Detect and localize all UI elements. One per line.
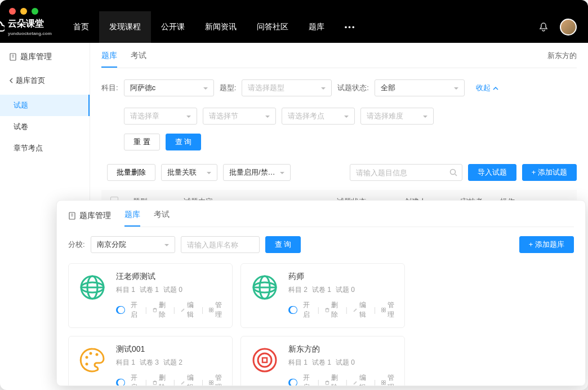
- brand-text: 云朵课堂: [8, 18, 52, 30]
- subject-select[interactable]: 阿萨德c: [124, 79, 214, 96]
- sidebar-back[interactable]: 题库首页: [0, 71, 90, 90]
- card-grid: 汪老师测试科目 1试卷 1试题 0开启| 删除| 编辑| 管理药师科目 2试卷 …: [68, 263, 574, 386]
- status-label: 试题状态:: [337, 83, 369, 93]
- bulk-toggle-select[interactable]: 批量启用/禁…: [223, 164, 291, 181]
- card-meta: 科目 2试卷 1试题 0: [288, 285, 397, 295]
- svg-point-3: [450, 170, 455, 175]
- card-title: 测试001: [116, 344, 224, 354]
- open-toggle[interactable]: [288, 306, 297, 314]
- card-edit[interactable]: 编辑: [181, 373, 196, 386]
- card-delete[interactable]: 删除: [153, 300, 168, 320]
- open-label: 开启: [131, 373, 139, 386]
- ow-tab-exam[interactable]: 考试: [154, 210, 170, 227]
- nav-item-0[interactable]: 首页: [63, 11, 99, 43]
- card-meta: 科目 1试卷 1试题 0: [116, 285, 224, 295]
- sidebar-item-0[interactable]: 试题: [0, 95, 90, 116]
- query-button[interactable]: 查 询: [166, 134, 202, 150]
- svg-rect-34: [153, 382, 156, 384]
- status-select[interactable]: 全部: [375, 79, 465, 96]
- svg-rect-12: [153, 309, 156, 312]
- doc-icon: [68, 212, 76, 220]
- ow-search-wrap: [181, 236, 260, 253]
- subject-label: 科目:: [101, 83, 118, 93]
- difficulty-select[interactable]: 请选择难度: [360, 108, 434, 125]
- card-manage[interactable]: 管理: [209, 373, 224, 386]
- svg-rect-49: [382, 383, 384, 385]
- card-edit[interactable]: 编辑: [353, 373, 368, 386]
- nav-item-2[interactable]: 公开课: [151, 11, 195, 43]
- sidebar-title: 题库管理: [0, 52, 90, 71]
- reset-button[interactable]: 重 置: [124, 134, 160, 150]
- nav-item-4[interactable]: 问答社区: [247, 11, 299, 43]
- card-delete[interactable]: 删除: [153, 373, 168, 386]
- import-button[interactable]: 导入试题: [468, 164, 516, 181]
- card-edit[interactable]: 编辑: [181, 300, 196, 320]
- svg-point-41: [253, 349, 276, 371]
- bulk-relate-select[interactable]: 批量关联: [161, 164, 217, 181]
- ow-title: 题库管理: [68, 201, 124, 221]
- svg-rect-16: [212, 308, 213, 310]
- svg-rect-37: [210, 381, 211, 383]
- type-label: 题型:: [220, 83, 237, 93]
- open-toggle[interactable]: [116, 306, 125, 314]
- nav-item-5[interactable]: 题库: [299, 11, 335, 43]
- svg-rect-40: [212, 383, 213, 385]
- card-manage[interactable]: 管理: [381, 300, 397, 320]
- svg-rect-38: [212, 381, 213, 383]
- ow-tabs: 题库 考试: [124, 201, 574, 227]
- card-edit[interactable]: 编辑: [353, 300, 368, 320]
- add-library-button[interactable]: + 添加题库: [519, 236, 574, 253]
- collapse-link[interactable]: 收起: [476, 83, 498, 93]
- sidebar-item-2[interactable]: 章节考点: [0, 138, 90, 159]
- open-toggle[interactable]: [288, 379, 297, 386]
- branch-select[interactable]: 南京分院: [91, 236, 175, 253]
- close-dot[interactable]: [9, 8, 16, 15]
- logo[interactable]: 云朵课堂 yunduocketang.com: [0, 18, 52, 36]
- tabs-right-label: 新东方的: [547, 51, 577, 61]
- ow-filter-row: 分校: 南京分院 查 询 + 添加题库: [68, 236, 574, 253]
- topbar: 云朵课堂 yunduocketang.com 首页发现课程公开课新闻资讯问答社区…: [0, 0, 588, 43]
- bulk-delete-button[interactable]: 批量删除: [107, 164, 155, 181]
- svg-point-31: [90, 352, 92, 355]
- card-actions: 开启| 删除| 编辑| 管理: [116, 300, 224, 320]
- nav-more[interactable]: •••: [335, 23, 366, 32]
- filter-row-2: 请选择章 请选择节 请选择考点 请选择难度: [124, 108, 577, 125]
- svg-point-42: [258, 353, 271, 367]
- ow-query-button[interactable]: 查 询: [265, 236, 301, 253]
- card-icon: [249, 272, 280, 303]
- card-actions: 开启| 删除| 编辑| 管理: [288, 300, 397, 320]
- overlay-window: 题库管理 题库 考试 分校: 南京分院 查 询 + 添加题库: [56, 200, 586, 386]
- cloud-icon: [0, 21, 5, 33]
- search-input[interactable]: [356, 165, 445, 180]
- card-delete[interactable]: 删除: [325, 373, 340, 386]
- card-delete[interactable]: 删除: [325, 300, 340, 320]
- svg-line-4: [455, 174, 457, 176]
- svg-rect-48: [384, 381, 386, 383]
- card-icon: [77, 272, 108, 303]
- point-select[interactable]: 请选择考点: [282, 108, 355, 125]
- chapter-select[interactable]: 请选择章: [124, 108, 197, 125]
- sidebar-item-1[interactable]: 试卷: [0, 116, 90, 138]
- section-select[interactable]: 请选择节: [203, 108, 276, 125]
- tab-questions[interactable]: 题库: [101, 51, 117, 68]
- add-question-button[interactable]: + 添加试题: [522, 164, 577, 181]
- svg-rect-39: [210, 383, 211, 385]
- bell-icon[interactable]: [538, 22, 549, 32]
- ow-search-input[interactable]: [187, 237, 242, 252]
- ow-tab-lib[interactable]: 题库: [124, 210, 140, 227]
- search-icon[interactable]: [449, 169, 457, 176]
- avatar[interactable]: [560, 19, 577, 36]
- tab-exams[interactable]: 考试: [131, 51, 146, 68]
- card-actions: 开启| 删除| 编辑| 管理: [116, 373, 224, 386]
- minimize-dot[interactable]: [20, 8, 27, 15]
- nav-item-1[interactable]: 发现课程: [99, 11, 151, 43]
- zoom-dot[interactable]: [32, 8, 38, 15]
- library-card: 新东方的科目 1试卷 1试题 0开启| 删除| 编辑| 管理: [240, 336, 405, 386]
- branch-label: 分校:: [68, 240, 85, 250]
- nav-item-3[interactable]: 新闻资讯: [195, 11, 247, 43]
- open-toggle[interactable]: [116, 379, 125, 386]
- type-select[interactable]: 请选择题型: [242, 79, 332, 96]
- card-meta: 科目 1试卷 1试题 0: [288, 358, 397, 367]
- card-manage[interactable]: 管理: [209, 300, 224, 320]
- card-manage[interactable]: 管理: [381, 373, 397, 386]
